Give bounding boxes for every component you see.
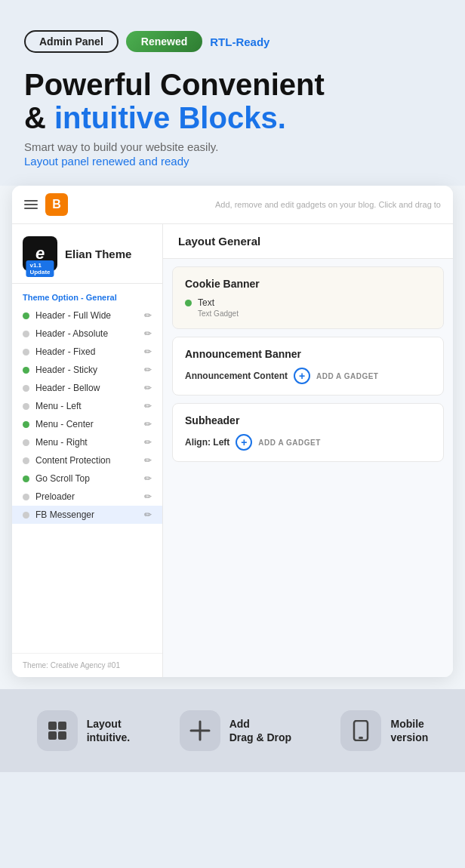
svg-rect-0 — [48, 722, 57, 730]
version-badge: v1.1Update — [26, 260, 54, 277]
mobile-icon — [340, 710, 381, 751]
hero-subtitle1: Smart way to build your website easily. — [24, 140, 441, 153]
dot-gray — [23, 512, 29, 519]
browser-body: e v1.1Update Elian Theme Theme Option - … — [12, 224, 453, 677]
sidebar-item[interactable]: Header - Sticky ✏ — [12, 361, 162, 379]
hero-subtitle2-end: ready — [158, 155, 189, 168]
hero-subtitle2: Layout panel renewed and ready — [24, 155, 441, 168]
sidebar-item[interactable]: Header - Bellow ✏ — [12, 379, 162, 397]
edit-icon[interactable]: ✏ — [144, 419, 152, 429]
sidebar-item[interactable]: Header - Absolute ✏ — [12, 325, 162, 343]
sidebar-logo: e v1.1Update — [23, 236, 57, 271]
feature-mobile: Mobile version — [340, 710, 428, 751]
announcement-banner-section: Announcement Banner Announcement Content… — [172, 337, 444, 396]
edit-icon[interactable]: ✏ — [144, 310, 152, 321]
hero-title-line2-plain: & — [24, 101, 54, 134]
dot-green — [23, 367, 29, 374]
browser-hint: Add, remove and edit gadgets on your blo… — [215, 200, 441, 209]
dragdrop-icon — [180, 710, 220, 751]
dot-gray — [23, 494, 29, 500]
edit-icon[interactable]: ✏ — [144, 509, 152, 520]
edit-icon[interactable]: ✏ — [144, 401, 152, 411]
dot-gray — [23, 403, 29, 410]
edit-icon[interactable]: ✏ — [144, 346, 152, 357]
cookie-banner-title: Cookie Banner — [185, 278, 431, 290]
mobile-text: Mobile version — [390, 717, 428, 744]
sidebar-brand: e v1.1Update Elian Theme — [12, 224, 162, 284]
announcement-banner-title: Announcement Banner — [185, 348, 431, 360]
dragdrop-line1: Add — [229, 717, 291, 731]
main-panel: Layout General Cookie Banner Text Text G… — [163, 224, 453, 677]
gadget-sublabel: Text Gadget — [185, 309, 431, 318]
dot-gray — [23, 349, 29, 356]
sidebar-item[interactable]: Content Protection ✏ — [12, 451, 162, 469]
dot-green — [23, 421, 29, 428]
svg-rect-7 — [359, 737, 363, 739]
edit-icon[interactable]: ✏ — [144, 437, 152, 448]
browser-mockup: B Add, remove and edit gadgets on your b… — [0, 186, 465, 689]
gadget-row: Text — [185, 297, 431, 308]
sidebar-item[interactable]: Go Scroll Top ✏ — [12, 469, 162, 488]
add-gadget-text-subheader[interactable]: ADD A GADGET — [258, 439, 320, 447]
layout-text: Layout intuitive. — [87, 717, 131, 744]
blogger-logo: B — [45, 193, 68, 216]
hero-subtitle2-plain: Layout panel renewed — [24, 155, 139, 168]
add-gadget-text[interactable]: ADD A GADGET — [316, 372, 378, 380]
edit-icon[interactable]: ✏ — [144, 473, 152, 484]
sidebar-item[interactable]: Header - Full Wide ✏ — [12, 306, 162, 325]
feature-dragdrop: Add Drag & Drop — [180, 710, 291, 751]
edit-icon[interactable]: ✏ — [144, 383, 152, 393]
sidebar-item[interactable]: Preloader ✏ — [12, 488, 162, 506]
edit-icon[interactable]: ✏ — [144, 491, 152, 502]
layout-line2: intuitive. — [87, 731, 131, 744]
sidebar-title: Elian Theme — [65, 248, 131, 260]
add-gadget-row: Announcement Content + ADD A GADGET — [185, 368, 431, 384]
hero-title-line1: Powerful Convenient — [24, 68, 325, 101]
hero-section: Admin Panel Renewed RTL-Ready Powerful C… — [0, 0, 465, 186]
svg-rect-1 — [58, 722, 66, 730]
edit-icon[interactable]: ✏ — [144, 455, 152, 466]
dragdrop-text: Add Drag & Drop — [229, 717, 291, 744]
browser-window: B Add, remove and edit gadgets on your b… — [12, 186, 453, 677]
dot-gray — [23, 385, 29, 392]
subheader-title: Subheader — [185, 414, 431, 426]
rtl-prefix: RTL — [210, 35, 232, 48]
subheader-section: Subheader Align: Left + ADD A GADGET — [172, 403, 444, 462]
edit-icon[interactable]: ✏ — [144, 328, 152, 339]
hero-title-line2-blue: intuitive Blocks. — [54, 101, 286, 134]
gadget-text-label: Text — [198, 297, 214, 308]
dot-green — [23, 312, 29, 319]
hero-subtitle2-blue: and — [139, 155, 158, 168]
layout-line1: Layout — [87, 717, 131, 731]
feature-layout: Layout intuitive. — [37, 710, 131, 751]
svg-rect-3 — [58, 731, 66, 740]
badge-row: Admin Panel Renewed RTL-Ready — [24, 30, 441, 53]
svg-rect-2 — [48, 731, 57, 740]
sidebar-footer: Theme: Creative Agency #01 — [12, 653, 162, 677]
renewed-badge: Renewed — [126, 31, 202, 52]
add-gadget-plus-button-subheader[interactable]: + — [236, 434, 252, 451]
sidebar-item[interactable]: Menu - Left ✏ — [12, 397, 162, 415]
edit-icon[interactable]: ✏ — [144, 365, 152, 375]
announcement-content-label: Announcement Content — [185, 371, 288, 381]
sidebar-item[interactable]: Menu - Center ✏ — [12, 415, 162, 433]
mobile-line1: Mobile — [390, 717, 428, 731]
add-gadget-row-subheader: Align: Left + ADD A GADGET — [185, 434, 431, 451]
cookie-banner-section: Cookie Banner Text Text Gadget — [172, 266, 444, 329]
align-left-label: Align: Left — [185, 437, 229, 448]
dot-gray — [23, 331, 29, 337]
features-bar: Layout intuitive. Add Drag & Drop Mobile… — [0, 689, 465, 772]
add-gadget-plus-button[interactable]: + — [294, 368, 310, 384]
admin-panel-badge: Admin Panel — [24, 30, 119, 53]
rtl-suffix: -Ready — [232, 35, 269, 48]
dot-gray — [23, 457, 29, 464]
main-panel-header: Layout General — [163, 224, 453, 259]
sidebar-item[interactable]: Header - Fixed ✏ — [12, 343, 162, 361]
sidebar-item[interactable]: Menu - Right ✏ — [12, 433, 162, 451]
rtl-badge: RTL-Ready — [210, 35, 269, 48]
sidebar-item-fb-messenger[interactable]: FB Messenger ✏ — [12, 506, 162, 524]
dot-green — [23, 476, 29, 482]
mobile-line2: version — [390, 731, 428, 744]
hamburger-icon[interactable] — [24, 200, 38, 209]
sidebar: e v1.1Update Elian Theme Theme Option - … — [12, 224, 163, 677]
